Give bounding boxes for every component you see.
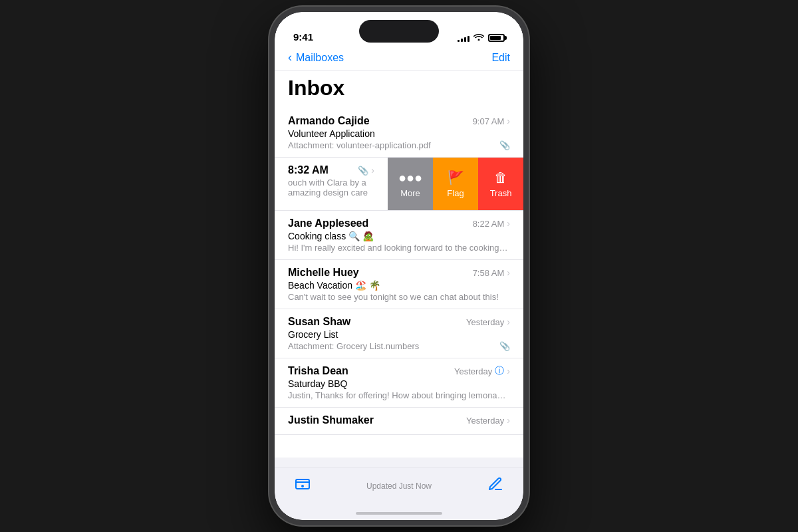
status-time: 9:41	[293, 31, 313, 43]
update-status: Updated Just Now	[366, 481, 432, 491]
dynamic-island	[359, 20, 439, 43]
email-subject: Beach Vacation 🏖️ 🌴	[288, 280, 510, 291]
signal-bars-icon	[458, 34, 469, 42]
list-item[interactable]: Michelle Huey 7:58 AM › Beach Vacation 🏖…	[275, 260, 523, 309]
trash-label: Trash	[490, 188, 512, 198]
email-header: Armando Cajide 9:07 AM ›	[288, 115, 510, 127]
attachment-icon: 📎	[499, 140, 510, 150]
signal-bar-3	[464, 37, 466, 42]
email-time: 9:07 AM	[473, 116, 505, 126]
signal-bar-1	[458, 40, 460, 42]
email-subject: Grocery List	[288, 329, 510, 340]
email-header: Michelle Huey 7:58 AM ›	[288, 267, 510, 279]
email-preview: Attachment: volunteer-application.pdf	[288, 140, 431, 150]
signal-bar-2	[461, 39, 463, 42]
email-meta: Yesterday ›	[466, 317, 510, 327]
email-meta: 9:07 AM ›	[473, 116, 510, 126]
email-sender: Trisha Dean	[288, 365, 348, 377]
email-preview-row: Attachment: Grocery List.numbers 📎	[288, 341, 510, 351]
email-header: 8:32 AM 📎 ›	[288, 164, 374, 176]
wifi-icon	[473, 33, 484, 43]
chevron-right-icon: ›	[507, 366, 510, 376]
email-time-display: 8:32 AM	[288, 164, 329, 176]
attachment-icon: 📎	[358, 166, 368, 176]
email-subject: Cooking class 🔍 🧟	[288, 231, 510, 241]
email-time: Yesterday	[466, 416, 504, 426]
chevron-right-icon: ›	[507, 415, 510, 426]
email-meta: 8:22 AM ›	[473, 218, 510, 229]
list-item[interactable]: Trisha Dean Yesterday ⓘ › Saturday BBQ J…	[275, 358, 523, 408]
list-item[interactable]: Jane Appleseed 8:22 AM › Cooking class 🔍…	[275, 211, 523, 260]
back-label: Mailboxes	[296, 52, 344, 64]
compose-button[interactable]	[487, 476, 503, 496]
email-sender: Armando Cajide	[288, 115, 370, 127]
email-time: 8:22 AM	[473, 219, 505, 229]
email-header: Justin Shumaker Yesterday ›	[288, 414, 510, 426]
chevron-left-icon: ‹	[288, 51, 292, 65]
flag-indicator-icon: ⓘ	[495, 365, 504, 377]
trash-icon: 🗑	[494, 170, 507, 186]
inbox-title: Inbox	[275, 70, 523, 108]
flag-icon: 🚩	[448, 170, 464, 186]
attachment-icon: 📎	[499, 341, 510, 351]
svg-point-1	[301, 485, 304, 487]
email-preview: Hi! I'm really excited and looking forwa…	[288, 243, 510, 253]
email-meta: 7:58 AM ›	[473, 267, 510, 278]
email-subject: Saturday BBQ	[288, 378, 510, 389]
more-action-button[interactable]: ●●● More	[388, 158, 433, 210]
nav-bar: ‹ Mailboxes Edit	[275, 48, 523, 70]
list-item[interactable]: Armando Cajide 9:07 AM › Volunteer Appli…	[275, 108, 523, 158]
email-header: Jane Appleseed 8:22 AM ›	[288, 217, 510, 229]
chevron-right-icon: ›	[507, 116, 510, 126]
more-label: More	[400, 188, 420, 198]
email-sender: Justin Shumaker	[288, 414, 374, 426]
chevron-right-icon: ›	[507, 267, 510, 278]
email-preview-2: amazing design care	[288, 188, 374, 198]
back-button[interactable]: ‹ Mailboxes	[288, 51, 344, 65]
battery-icon	[488, 34, 505, 42]
chevron-right-icon: ›	[371, 165, 374, 176]
email-meta: Yesterday ⓘ ›	[454, 365, 510, 377]
flag-action-button[interactable]: 🚩 Flag	[433, 158, 478, 210]
email-sender: Michelle Huey	[288, 267, 359, 279]
email-sender: Susan Shaw	[288, 316, 350, 328]
mail-content: Inbox Armando Cajide 9:07 AM › Volunteer…	[275, 70, 523, 458]
email-time: 7:58 AM	[473, 268, 505, 278]
email-header: Susan Shaw Yesterday ›	[288, 316, 510, 328]
chevron-right-icon: ›	[507, 218, 510, 229]
email-preview: ouch with Clara by a	[288, 178, 374, 188]
email-preview: Justin, Thanks for offering! How about b…	[288, 390, 510, 400]
email-preview: Attachment: Grocery List.numbers	[288, 341, 419, 351]
email-preview: Can't wait to see you tonight so we can …	[288, 292, 510, 302]
email-subject: Volunteer Application	[288, 128, 510, 139]
signal-bar-4	[467, 36, 469, 42]
phone-frame: 9:41	[269, 7, 529, 525]
home-indicator	[356, 512, 442, 515]
flag-label: Flag	[447, 188, 464, 198]
battery-fill	[490, 36, 501, 40]
email-content: 8:32 AM 📎 › ouch with Clara by a amazing…	[275, 158, 388, 210]
email-time: Yesterday	[454, 366, 492, 376]
email-meta: Yesterday ›	[466, 415, 510, 426]
phone-screen: 9:41	[275, 12, 523, 520]
chevron-right-icon: ›	[507, 317, 510, 327]
email-meta: 📎 ›	[358, 165, 374, 176]
more-icon: ●●●	[398, 170, 422, 186]
list-item[interactable]: Susan Shaw Yesterday › Grocery List Atta…	[275, 309, 523, 358]
email-time: Yesterday	[466, 317, 504, 327]
swipe-actions: ●●● More 🚩 Flag 🗑 Trash	[388, 158, 523, 210]
email-sender: Jane Appleseed	[288, 217, 368, 229]
email-preview-row: Attachment: volunteer-application.pdf 📎	[288, 140, 510, 150]
mailboxes-toolbar-icon[interactable]	[295, 476, 311, 496]
list-item[interactable]: Justin Shumaker Yesterday ›	[275, 408, 523, 435]
edit-button[interactable]: Edit	[491, 52, 510, 64]
list-item[interactable]: 8:32 AM 📎 › ouch with Clara by a amazing…	[275, 158, 523, 211]
email-header: Trisha Dean Yesterday ⓘ ›	[288, 365, 510, 377]
status-icons	[458, 33, 505, 43]
trash-action-button[interactable]: 🗑 Trash	[478, 158, 523, 210]
